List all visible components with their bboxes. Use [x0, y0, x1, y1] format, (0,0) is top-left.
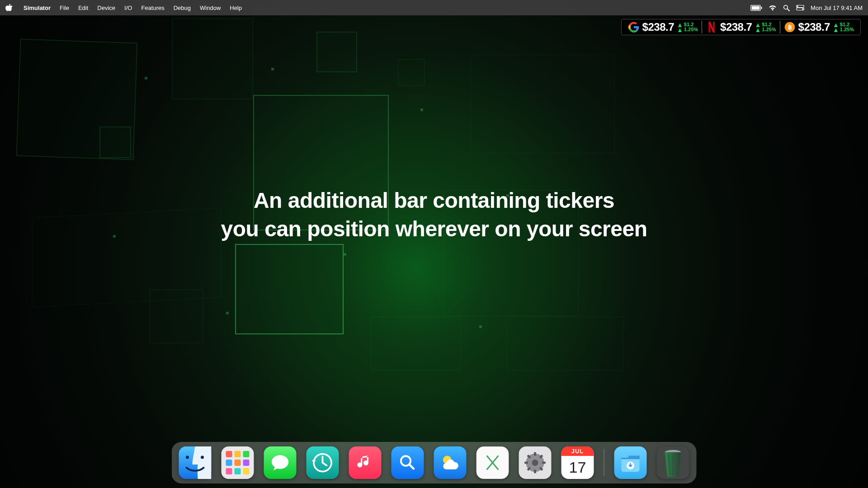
svg-rect-2 — [761, 7, 762, 9]
apple-menu[interactable] — [5, 4, 13, 11]
dock-launchpad[interactable] — [222, 446, 254, 479]
battery-icon[interactable] — [750, 5, 762, 11]
svg-line-16 — [410, 465, 414, 469]
dock-trash[interactable] — [657, 446, 689, 479]
calendar-day: 17 — [569, 456, 586, 479]
finder-icon — [179, 446, 212, 479]
svg-point-13 — [201, 456, 204, 459]
dock-weather[interactable] — [434, 446, 467, 479]
menu-features[interactable]: Features — [137, 5, 169, 11]
up-arrow-icon: ▲ — [755, 28, 761, 32]
wallpaper — [0, 0, 868, 488]
x-icon — [483, 453, 503, 473]
svg-point-12 — [186, 456, 189, 459]
up-arrow-icon: ▲ — [833, 28, 839, 32]
trash-icon — [660, 447, 686, 478]
apple-icon — [5, 4, 13, 11]
hero-line1: An additional bar containing tickers — [43, 187, 825, 215]
ticker-price: $238.7 — [642, 21, 674, 33]
dock-spotlight[interactable] — [392, 446, 424, 479]
messages-icon — [269, 451, 292, 474]
downloads-icon — [618, 450, 643, 475]
menu-edit[interactable]: Edit — [74, 5, 93, 11]
dock-settings[interactable] — [519, 446, 552, 479]
dock-messages[interactable] — [264, 446, 297, 479]
dock-x[interactable] — [476, 446, 509, 479]
menubar: Simulator File Edit Device I/O Features … — [0, 0, 868, 15]
ticker-netflix[interactable]: $238.7 ▲$1.2 ▲1.25% — [702, 21, 779, 33]
google-icon — [628, 21, 640, 33]
menu-io[interactable]: I/O — [120, 5, 137, 11]
hero-line2: you can position wherever on your screen — [43, 215, 825, 243]
music-icon — [355, 453, 375, 473]
svg-point-8 — [802, 8, 803, 9]
bitcoin-icon: ฿ — [784, 21, 796, 33]
ticker-price: $238.7 — [798, 21, 830, 33]
calendar-month: JUL — [561, 446, 594, 456]
menu-device[interactable]: Device — [93, 5, 120, 11]
ticker-change: ▲$1.2 ▲1.25% — [833, 22, 854, 32]
svg-rect-1 — [752, 6, 760, 9]
ticker-bitcoin[interactable]: ฿ $238.7 ▲$1.2 ▲1.25% — [780, 21, 858, 33]
magnifier-icon — [397, 452, 419, 474]
weather-icon — [438, 450, 463, 475]
dock-timemachine[interactable] — [307, 446, 339, 479]
menu-debug[interactable]: Debug — [169, 5, 195, 11]
timemachine-icon — [311, 450, 335, 475]
dock-music[interactable] — [349, 446, 382, 479]
menu-window[interactable]: Window — [195, 5, 225, 11]
ticker-price: $238.7 — [720, 21, 752, 33]
dock-calendar[interactable]: JUL 17 — [561, 446, 594, 479]
menubar-datetime[interactable]: Mon Jul 17 9:41 AM — [811, 5, 863, 11]
ticker-google[interactable]: $238.7 ▲$1.2 ▲1.25% — [624, 21, 702, 33]
svg-point-6 — [797, 5, 798, 7]
ticker-bar[interactable]: $238.7 ▲$1.2 ▲1.25% $238.7 ▲$1.2 ▲1.25% … — [621, 19, 861, 35]
search-icon[interactable] — [783, 5, 790, 11]
launchpad-icon — [226, 451, 250, 474]
up-arrow-icon: ▲ — [677, 28, 683, 32]
svg-point-19 — [532, 460, 538, 466]
control-center-icon[interactable] — [796, 5, 804, 10]
dock-finder[interactable] — [179, 446, 212, 479]
menu-file[interactable]: File — [55, 5, 74, 11]
wifi-icon[interactable] — [769, 5, 777, 11]
svg-text:฿: ฿ — [788, 23, 792, 31]
gear-icon — [523, 450, 548, 475]
dock-downloads[interactable] — [614, 446, 647, 479]
menu-app-name[interactable]: Simulator — [19, 5, 55, 11]
menu-help[interactable]: Help — [225, 5, 246, 11]
svg-line-4 — [788, 9, 790, 11]
dock-separator — [604, 449, 604, 476]
dock: JUL 17 — [172, 442, 697, 483]
ticker-change: ▲$1.2 ▲1.25% — [677, 22, 698, 32]
netflix-icon — [706, 21, 717, 33]
hero-text: An additional bar containing tickers you… — [43, 187, 825, 243]
ticker-change: ▲$1.2 ▲1.25% — [755, 22, 776, 32]
